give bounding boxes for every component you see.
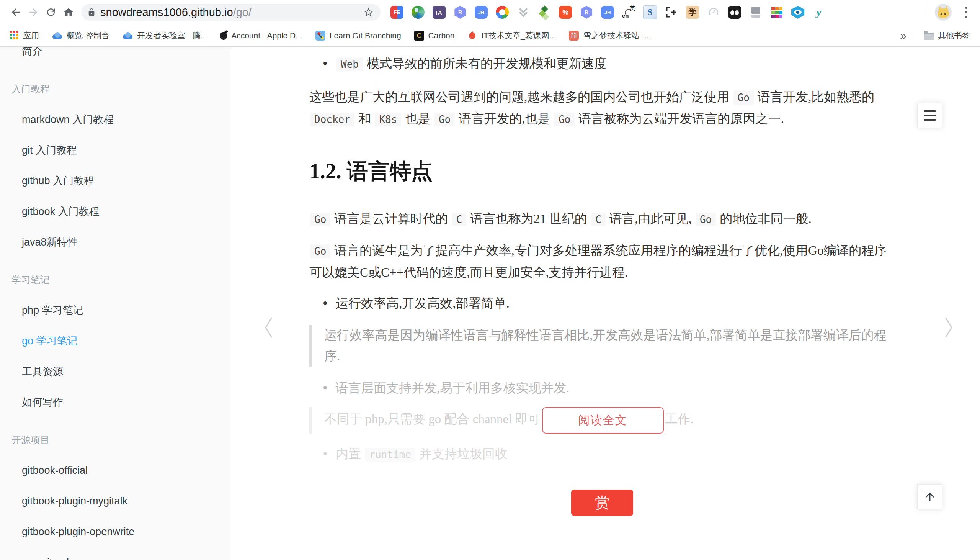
r-hexagon-extension-icon[interactable]: R [453, 6, 467, 19]
feature-list-faded: 语言层面支持并发,易于利用多核实现并发. [309, 378, 895, 399]
r-hexagon-extension-icon-2[interactable]: R [580, 6, 593, 19]
seal-character-extension-icon[interactable]: 学 [686, 6, 699, 19]
browser-menu-button[interactable] [959, 4, 973, 21]
bookmark-item[interactable]: C Carbon [414, 31, 455, 41]
sidebar-item[interactable]: 如何写作 [0, 387, 230, 418]
profile-avatar[interactable] [935, 4, 952, 21]
qcloud-favicon-icon [52, 32, 62, 39]
toc-hamburger-button[interactable] [917, 103, 942, 128]
scroll-to-top-button[interactable] [917, 484, 942, 510]
bookmark-item[interactable]: Learn Git Branching [316, 31, 401, 41]
home-button[interactable] [60, 3, 77, 21]
url-host: snowdreams1006.github.io [100, 6, 233, 18]
sidebar-list: 简介 入门教程 markdown 入门教程 git 入门教程 github 入门… [0, 47, 230, 560]
jh-extension-icon-2[interactable]: JH [601, 6, 614, 19]
toolbar-right-cluster [927, 4, 973, 21]
back-button[interactable] [7, 3, 25, 21]
toolbar-separator [927, 5, 927, 20]
jian-favicon-icon: 简 [569, 31, 579, 41]
s-letter-extension-icon[interactable]: S [643, 5, 657, 19]
carousel-prev-button[interactable] [262, 315, 274, 341]
bookmark-label: Carbon [429, 31, 455, 40]
flame-favicon-icon [468, 31, 477, 40]
double-chevron-down-icon [517, 6, 530, 18]
sidebar-item[interactable]: php 学习笔记 [0, 295, 230, 326]
bookmark-item[interactable]: 概览-控制台 [52, 30, 110, 41]
screenshot-crop-extension-icon[interactable] [665, 6, 678, 19]
list-item: Web 模式导致的前所未有的开发规模和更新速度 [323, 53, 895, 75]
bookmark-label: IT技术文章_慕课网... [481, 30, 556, 41]
blockquote-efficiency: 运行效率高是因为编译性语言与解释性语言相比,开发高效是语法简单,部署简单是直接部… [309, 325, 895, 367]
bookmark-star-icon[interactable] [363, 7, 374, 18]
translate-extension-icon[interactable]: en 英 [622, 6, 635, 19]
browser-toolbar: snowdreams1006.github.io/go/ FE IA R JH … [0, 0, 980, 25]
gitbook-sidebar: 简介 入门教程 markdown 入门教程 git 入门教程 github 入门… [0, 47, 231, 560]
bookmark-item[interactable]: 应用 [10, 30, 39, 41]
fe-helper-extension-icon[interactable]: FE [390, 6, 404, 19]
bookmark-list: 应用 概览-控制台 开发者实验室 - 腾... Account - Apple … [10, 30, 651, 41]
ia-extension-icon[interactable]: IA [433, 6, 445, 19]
reward-button[interactable]: 赏 [571, 490, 633, 516]
apps-favicon-icon [10, 31, 19, 40]
feature-list: 运行效率高,开发高效,部署简单. [309, 293, 895, 314]
content-area: Web 模式导致的前所未有的开发规模和更新速度 这些也是广大的互联网公司遇到的问… [231, 47, 980, 560]
sidebar-item[interactable]: java8新特性 [0, 227, 230, 257]
color-ring-extension-icon[interactable] [496, 6, 509, 19]
blue-eye-extension-icon[interactable] [791, 6, 804, 19]
sidebar-item[interactable]: gitbook-official [0, 455, 230, 486]
reload-button[interactable] [42, 3, 60, 21]
double-chevron-extension-icon[interactable] [517, 6, 530, 19]
sidebar-section-header: 开源项目 [0, 424, 230, 455]
read-full-button[interactable]: 阅读全文 [542, 407, 664, 433]
feature-list-top: Web 模式导致的前所未有的开发规模和更新速度 [309, 53, 895, 75]
article-body: Web 模式导致的前所未有的开发规模和更新速度 这些也是广大的互联网公司遇到的问… [309, 47, 895, 516]
sidebar-item[interactable]: github 入门教程 [0, 165, 230, 196]
section-heading: 1.2. 语言特点 [309, 159, 895, 183]
bookmark-item[interactable]: Account - Apple D... [220, 31, 302, 40]
sidebar-item[interactable]: 工具资源 [0, 356, 230, 387]
bookmarks-overflow-chevron[interactable]: » [900, 30, 907, 42]
other-bookmarks-folder[interactable]: 其他书签 [924, 30, 970, 41]
bookmark-label: 开发者实验室 - 腾... [137, 30, 207, 41]
arrow-up-icon [924, 490, 936, 503]
list-item: 运行效率高,开发高效,部署简单. [323, 293, 895, 314]
bookmark-label: Account - Apple D... [231, 31, 302, 40]
sidebar-item[interactable]: 简介 [0, 47, 230, 67]
code-percent-extension-icon[interactable]: % [559, 6, 572, 19]
sidebar-item[interactable]: gitbook-plugin-mygitalk [0, 486, 230, 516]
sidebar-item[interactable]: gitbook-plugin-openwrite [0, 516, 230, 547]
sidebar-item[interactable]: gitbook 入门教程 [0, 196, 230, 227]
hamburger-icon [924, 110, 935, 112]
teal-y-extension-icon[interactable]: y [812, 6, 826, 19]
gray-device-extension-icon[interactable] [749, 6, 762, 19]
bookmark-item[interactable]: 开发者实验室 - 腾... [123, 30, 207, 41]
bookmark-label: 概览-控制台 [66, 30, 110, 41]
green-cubes-extension-icon[interactable] [538, 6, 551, 19]
extensions-row: FE IA R JH % R JH en 英 S 学 [390, 5, 826, 19]
sidebar-item[interactable]: security-plus [0, 547, 230, 560]
tampermonkey-extension-icon[interactable] [728, 6, 741, 19]
page-viewport: 简介 入门教程 markdown 入门教程 git 入门教程 github 入门… [0, 47, 980, 560]
other-bookmarks-label: 其他书签 [938, 30, 970, 41]
feature-list-faded-2: 内置 runtime 并支持垃圾回收 [309, 443, 895, 465]
sidebar-item[interactable]: markdown 入门教程 [0, 104, 230, 135]
reload-icon [45, 7, 56, 18]
gauge-extension-icon[interactable] [707, 6, 720, 19]
jh-extension-icon[interactable]: JH [475, 6, 488, 19]
color-grid-extension-icon[interactable] [770, 6, 783, 19]
url-path: /go/ [233, 6, 251, 18]
address-bar[interactable]: snowdreams1006.github.io/go/ [81, 4, 380, 21]
idm-globe-extension-icon[interactable] [412, 6, 425, 19]
paragraph-cloud-era: Go 语言是云计算时代的 C 语言也称为21 世纪的 C 语言,由此可见, Go… [309, 208, 895, 230]
bookmark-label: Learn Git Branching [330, 31, 401, 40]
carousel-next-button[interactable] [943, 315, 955, 341]
bookmark-item[interactable]: IT技术文章_慕课网... [467, 30, 556, 41]
crop-icon [665, 6, 678, 18]
list-item: 内置 runtime 并支持垃圾回收 [323, 443, 895, 465]
bookmark-item[interactable]: 简 雪之梦技术驿站 -... [569, 30, 651, 41]
url-text: snowdreams1006.github.io/go/ [100, 6, 363, 19]
sidebar-item[interactable]: git 入门教程 [0, 135, 230, 165]
sidebar-item[interactable]: go 学习笔记 [0, 326, 230, 356]
forward-button[interactable] [25, 3, 42, 21]
sidebar-section-header: 入门教程 [0, 73, 230, 104]
